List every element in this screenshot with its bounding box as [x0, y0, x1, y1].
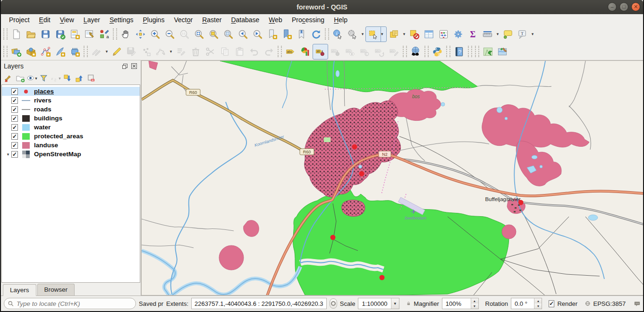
layer-item-openstreetmap[interactable]: ▾✓OpenStreetMap	[2, 150, 140, 159]
locate-input[interactable]	[17, 300, 132, 307]
remove-layer-button[interactable]	[85, 73, 97, 84]
layer-item-landuse[interactable]: ✓landuse	[2, 141, 140, 150]
panel-float-icon[interactable]	[121, 62, 128, 70]
rotate-label-button[interactable]: abc	[372, 44, 387, 59]
new-shapefile-button[interactable]	[38, 44, 53, 59]
zoom-to-layer-button[interactable]	[221, 27, 236, 42]
chevron-down-icon[interactable]: ▼	[391, 298, 399, 309]
menu-settings[interactable]: Settings	[105, 15, 138, 25]
open-layer-styling-button[interactable]	[3, 73, 14, 84]
change-label-button[interactable]: abc	[387, 44, 401, 59]
spin-up-icon[interactable]: ▲	[471, 298, 478, 304]
statistics-sigma-button[interactable]: Σ	[466, 27, 480, 42]
map-tips-button[interactable]	[500, 27, 515, 42]
zoom-out-button[interactable]	[162, 27, 177, 42]
toolbar-handle[interactable]	[3, 28, 8, 40]
vertex-tool-button[interactable]	[153, 44, 168, 59]
crs-globe-icon[interactable]	[585, 300, 590, 307]
run-feature-action-button[interactable]	[345, 27, 360, 42]
menu-view[interactable]: View	[56, 15, 78, 25]
toolbar-handle[interactable]	[3, 46, 8, 57]
lock-icon[interactable]	[406, 300, 411, 307]
magnifier-spin[interactable]: 100% ▲▼	[442, 298, 479, 309]
extents-tracking-button[interactable]	[330, 298, 337, 309]
zoom-in-button[interactable]	[148, 27, 162, 42]
pin-labels-button[interactable]: ab	[313, 44, 328, 59]
run-feature-action-dropdown-arrow[interactable]: ▾	[360, 32, 365, 36]
layer-visibility-checkbox[interactable]: ✓	[11, 151, 18, 158]
menu-edit[interactable]: Edit	[35, 15, 55, 25]
spin-up-icon[interactable]: ▲	[534, 298, 542, 304]
text-annotation-dropdown-arrow[interactable]: ▾	[530, 32, 535, 36]
layer-labeling-button[interactable]: abc	[283, 44, 298, 59]
new-bookmark-button[interactable]	[265, 27, 280, 42]
new-print-layout-button[interactable]	[68, 27, 82, 42]
toolbar-handle[interactable]	[424, 46, 429, 57]
new-virtual-layer-button[interactable]	[68, 44, 82, 59]
plugin-map-edit-button[interactable]	[495, 44, 510, 59]
panel-close-icon[interactable]	[130, 62, 138, 70]
data-source-manager-button[interactable]	[9, 44, 24, 59]
filter-legend-button[interactable]	[38, 73, 50, 84]
render-checkbox[interactable]: ✓	[549, 300, 554, 307]
measure-button[interactable]	[480, 27, 495, 42]
highlight-pinned-labels-button[interactable]: abc	[328, 44, 343, 59]
show-bookmarks-button[interactable]	[280, 27, 294, 42]
zoom-next-button[interactable]	[250, 27, 265, 42]
menu-web[interactable]: Web	[264, 15, 287, 25]
rotation-spin[interactable]: 0.0 ° ▲▼	[511, 298, 542, 309]
select-features-button[interactable]	[366, 27, 381, 42]
metasearch-button[interactable]	[408, 44, 423, 59]
multiedit-attributes-button[interactable]	[174, 44, 188, 59]
menu-layer[interactable]: Layer	[79, 15, 104, 25]
zoom-last-button[interactable]	[236, 27, 250, 42]
tab-layers[interactable]: Layers	[3, 284, 36, 296]
manage-map-themes-dropdown-arrow[interactable]: ▾	[34, 76, 38, 81]
toolbar-handle[interactable]	[475, 46, 479, 57]
menu-plugins[interactable]: Plugins	[138, 15, 169, 25]
crs-status[interactable]: EPSG:3857	[593, 300, 626, 307]
help-contents-button[interactable]: ?	[452, 44, 466, 59]
select-features-dropdown-arrow[interactable]: ▾	[381, 27, 386, 42]
add-group-button[interactable]	[15, 73, 26, 84]
vertex-tool-dropdown-arrow[interactable]: ▾	[168, 49, 174, 54]
copy-features-button[interactable]	[218, 44, 232, 59]
zoom-full-button[interactable]	[192, 27, 206, 42]
save-project-button[interactable]	[38, 27, 53, 42]
extents-field[interactable]: 2263757.1,-4040043.6 : 2291750.0,-402692…	[191, 298, 327, 309]
measure-dropdown-arrow[interactable]: ▾	[495, 32, 500, 36]
messages-icon[interactable]	[634, 300, 640, 307]
manage-map-themes-button[interactable]: ▾	[26, 73, 38, 84]
open-project-button[interactable]	[24, 27, 38, 42]
spin-down-icon[interactable]: ▼	[534, 304, 542, 309]
menu-processing[interactable]: Processing	[288, 15, 329, 25]
scale-combo[interactable]: 1:100000▼	[358, 298, 399, 309]
add-feature-button[interactable]	[139, 44, 153, 59]
toolbar-handle[interactable]	[84, 46, 88, 57]
layer-item-places[interactable]: ✓places	[2, 87, 140, 96]
menu-help[interactable]: Help	[330, 15, 352, 25]
select-by-form-dropdown-arrow[interactable]: ▾	[401, 32, 407, 36]
toolbar-handle[interactable]	[446, 46, 450, 57]
layer-visibility-checkbox[interactable]: ✓	[11, 106, 18, 113]
identify-features-button[interactable]: i	[330, 27, 345, 42]
layer-item-rivers[interactable]: ✓rivers	[2, 96, 140, 105]
toolbar-handle[interactable]	[403, 46, 407, 57]
pan-map-button[interactable]	[119, 27, 133, 42]
new-spatialite-button[interactable]	[53, 44, 68, 59]
layer-item-protected_areas[interactable]: ✓protected_areas	[2, 132, 140, 141]
show-hidden-labels-button[interactable]: abc	[343, 44, 357, 59]
zoom-native-button[interactable]: 1:1	[177, 27, 192, 42]
paste-features-button[interactable]	[232, 44, 247, 59]
layer-item-roads[interactable]: ✓roads	[2, 105, 140, 114]
layer-diagram-button[interactable]	[298, 44, 313, 59]
new-project-button[interactable]	[9, 27, 24, 42]
text-annotation-button[interactable]: T	[515, 27, 530, 42]
deselect-all-button[interactable]	[407, 27, 422, 42]
refresh-map-button[interactable]	[309, 27, 323, 42]
save-edits-button[interactable]	[124, 44, 139, 59]
plugin-map-search-button[interactable]	[481, 44, 495, 59]
tab-browser[interactable]: Browser	[37, 284, 75, 295]
menu-raster[interactable]: Raster	[198, 15, 226, 25]
filter-by-expression-button[interactable]: ε▾	[50, 73, 61, 84]
